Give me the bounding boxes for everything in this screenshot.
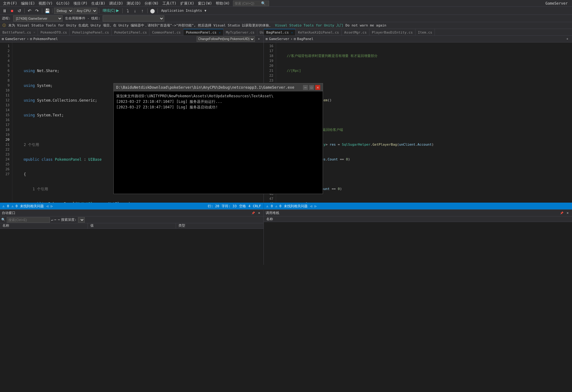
notify-icon: ⓘ xyxy=(2,23,6,28)
tab-mytcp[interactable]: MyTcpServer.cs xyxy=(223,29,257,35)
left-status-text: 未找到相关问题 xyxy=(20,204,44,208)
ln-3: 3 xyxy=(0,54,10,59)
right-path-bar: ⊞ GameServer › ⊟ BagPanel + xyxy=(264,36,572,42)
tab-pokemondto[interactable]: PokemonDTO.cs xyxy=(38,29,70,35)
menu-help[interactable]: 帮助(H) xyxy=(214,0,232,7)
notify-link2[interactable]: Do not warn me again xyxy=(345,23,386,27)
menu-git[interactable]: Git(G) xyxy=(55,0,72,7)
ln-10: 10 xyxy=(0,88,10,93)
menu-tools[interactable]: 工具(T) xyxy=(161,0,178,7)
bottom-panels: 自动窗口 📌 ✕ 🔍 ↵ ← → 搜索深度: 名称 值 类型 xyxy=(0,209,572,265)
menu-view[interactable]: 视图(V) xyxy=(37,0,55,7)
tab-bagpanel[interactable]: BagPanel.cs✕ xyxy=(264,29,296,35)
lifecycle-dropdown[interactable] xyxy=(103,15,164,22)
run-btn[interactable]: 继续(C) ▶ xyxy=(101,7,121,14)
pause-btn[interactable]: ⏸ xyxy=(1,7,8,14)
ln-11: 11 xyxy=(0,93,10,98)
left-method-dropdown[interactable]: ChangeFollowPet(long PokemonUID) xyxy=(197,36,255,42)
ln-5: 5 xyxy=(0,63,10,68)
step-out-btn[interactable]: ↑ xyxy=(139,7,146,14)
redo-btn[interactable]: ↷ xyxy=(34,7,40,14)
tab-keyan[interactable]: KeYanXueXiQiPanel.cs xyxy=(296,29,341,35)
notify-text: 未为 Visual Studio Tools for Unity 生成此 Uni… xyxy=(8,23,272,28)
search-back-btn[interactable]: ← xyxy=(55,218,57,222)
process-dropdown[interactable]: [17436] GameServer xyxy=(13,15,63,22)
global-search-input[interactable] xyxy=(235,2,259,5)
app-insights-chevron[interactable]: ▼ xyxy=(204,9,206,12)
search-go-btn[interactable]: ↵ xyxy=(51,218,53,222)
search-depth-select[interactable] xyxy=(78,217,85,223)
search-label: 🔍 xyxy=(1,218,6,222)
right-status-nav[interactable]: ◁ xyxy=(310,204,312,208)
console-body: 策划来文件路径D:\UNITYPRO\NewPokemon\Assets\Hot… xyxy=(114,91,323,194)
minimize-btn[interactable]: ─ xyxy=(303,85,308,90)
call-stack-title: 调用堆栈 xyxy=(266,211,279,215)
call-stack-close-btn[interactable]: ✕ xyxy=(565,211,570,216)
rln-23: 23 xyxy=(264,78,273,83)
menu-extend[interactable]: 扩展(X) xyxy=(178,0,196,7)
tab-pokeling[interactable]: PokelinghePanel.cs xyxy=(70,29,112,35)
ln-2: 2 xyxy=(0,49,10,54)
menu-analyze[interactable]: 分析(N) xyxy=(143,0,161,7)
tab-userdata[interactable]: UserData.cs≡ xyxy=(257,29,264,35)
right-path-gameserver-label: GameServer xyxy=(269,37,289,41)
tab-pokemon[interactable]: PokemonPanel.cs✕ xyxy=(183,29,223,35)
menu-build[interactable]: 生成(B) xyxy=(89,0,107,7)
menu-debug[interactable]: 调试(D) xyxy=(107,0,125,7)
left-path-panel: ⊟ xyxy=(30,37,32,41)
tab-pokegeti[interactable]: PokeGetiPanel.cs xyxy=(112,29,149,35)
tab-assetmgr[interactable]: AssetMgr.cs xyxy=(342,29,370,35)
debug-dropdown[interactable]: Debug xyxy=(54,8,73,14)
menu-window[interactable]: 窗口(W) xyxy=(196,0,214,7)
menu-file[interactable]: 文件(F) xyxy=(1,0,19,7)
left-path-bar: ⊞ GameServer › ⊟ PokemonPanel ChangeFoll… xyxy=(0,36,264,42)
search-forward-btn[interactable]: → xyxy=(58,218,60,222)
left-expand-btn[interactable]: + xyxy=(256,36,262,42)
maximize-btn[interactable]: □ xyxy=(309,85,314,90)
notify-link1[interactable]: Visual Studio Tools for Unity 入门 xyxy=(275,23,343,28)
tab-battlepanel[interactable]: BattlePanel.cs✕ xyxy=(0,29,38,35)
col-type-header: 类型 xyxy=(176,223,264,228)
menu-project[interactable]: 项目(P) xyxy=(72,0,89,7)
left-status-bar: ⚠ 0 ⚠ 0 未找到相关问题 ◁ ▷ 行: 20 字符: 33 空格 4 CR… xyxy=(0,203,264,209)
tab-item[interactable]: Item.cs xyxy=(415,29,435,35)
global-search-box[interactable]: 🔍 xyxy=(233,1,269,6)
step-over-btn[interactable]: ⤵ xyxy=(124,7,131,14)
call-stack-pin-btn[interactable]: 📌 xyxy=(559,211,564,216)
console-window[interactable]: D:\BaiduNetdiskDownload\pokeServer\bin\A… xyxy=(113,83,323,194)
auto-search-input[interactable] xyxy=(7,217,50,223)
ln-6: 6 xyxy=(0,68,10,73)
right-status-nav2[interactable]: ▷ xyxy=(315,204,317,208)
breakpoint-btn[interactable]: ⬤ xyxy=(149,7,156,14)
auto-window-header: 自动窗口 📌 ✕ xyxy=(0,210,264,216)
undo-btn[interactable]: ↶ xyxy=(26,7,33,14)
auto-window-close-btn[interactable]: ✕ xyxy=(257,211,262,216)
path-bars-row: ⊞ GameServer › ⊟ PokemonPanel ChangeFoll… xyxy=(0,36,572,42)
right-expand-btn[interactable]: + xyxy=(565,36,570,42)
restart-btn[interactable]: ↺ xyxy=(16,7,23,14)
call-stack-header: 调用堆栈 📌 ✕ xyxy=(264,210,572,216)
ln-7: 7 xyxy=(0,73,10,78)
menu-test[interactable]: 测试(D) xyxy=(125,0,143,7)
close-btn[interactable]: ✕ xyxy=(315,85,320,90)
auto-window-toolbar: 🔍 ↵ ← → 搜索深度: xyxy=(0,216,264,223)
step-into-btn[interactable]: ↓ xyxy=(132,7,138,14)
platform-dropdown[interactable]: Any CPU xyxy=(74,8,97,14)
ln-16: 16 xyxy=(0,118,10,123)
rln-21: 21 xyxy=(264,68,273,73)
ln-21: 21 xyxy=(0,142,10,147)
auto-window-pin-btn[interactable]: 📌 xyxy=(251,211,255,216)
tab-playerbaodi[interactable]: PlayerBaoDiEntity.cs xyxy=(370,29,415,35)
menu-edit[interactable]: 编辑(E) xyxy=(19,0,37,7)
ln-9: 9 xyxy=(0,83,10,88)
tab-common[interactable]: CommonPanel.cs xyxy=(149,29,183,35)
save-btn[interactable]: 💾 xyxy=(44,7,51,14)
left-status-nav2[interactable]: ▷ xyxy=(51,204,53,208)
console-line-3: [2023-03-27 23:10:47:1047] [Log] 服务器启动成功… xyxy=(116,104,320,110)
stop-btn[interactable]: ■ xyxy=(9,7,15,14)
toolbar-sep-4 xyxy=(99,8,99,13)
left-status-nav[interactable]: ◁ xyxy=(46,204,48,208)
app-insights-label: Application Insights xyxy=(159,9,204,13)
call-stack-content xyxy=(264,222,572,265)
left-tabs: BattlePanel.cs✕ PokemonDTO.cs Pokelinghe… xyxy=(0,29,264,35)
